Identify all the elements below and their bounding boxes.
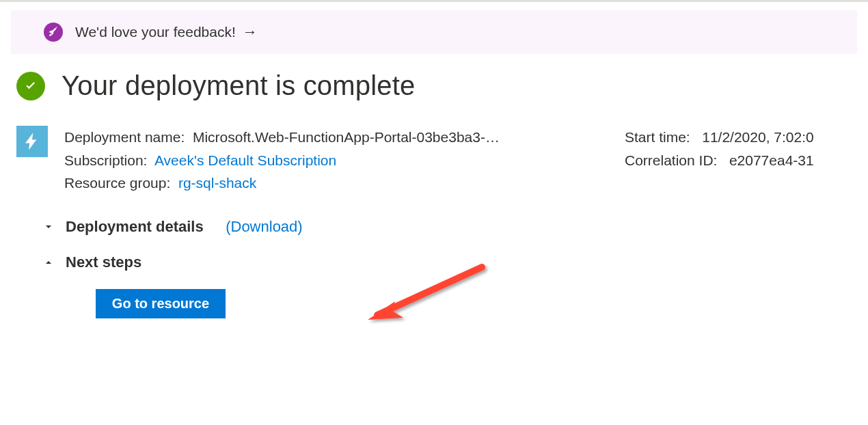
start-time-label: Start time: (625, 129, 690, 145)
chevron-down-icon (41, 221, 56, 232)
deployment-details-label: Deployment details (66, 218, 204, 236)
go-to-resource-button[interactable]: Go to resource (96, 289, 226, 318)
top-divider (0, 0, 868, 2)
annotation-arrow-icon (362, 262, 492, 344)
deployment-title-row: Your deployment is complete (16, 70, 852, 101)
download-link[interactable]: (Download) (226, 218, 303, 236)
deployment-summary: Deployment name: Microsoft.Web-FunctionA… (16, 126, 852, 195)
next-steps-label: Next steps (66, 253, 141, 271)
resource-group-label: Resource group: (64, 175, 170, 191)
function-app-icon (16, 126, 48, 157)
deployment-details-section[interactable]: Deployment details (Download) (41, 218, 852, 236)
correlation-value: e2077ea4-31 (729, 152, 814, 168)
page-title: Your deployment is complete (62, 70, 416, 101)
success-check-icon (16, 72, 45, 100)
start-time-row: Start time: 11/2/2020, 7:02:0 (625, 126, 830, 149)
feedback-link[interactable]: We'd love your feedback! → (75, 23, 258, 41)
next-steps-section[interactable]: Next steps (41, 253, 852, 271)
start-time-value: 11/2/2020, 7:02:0 (702, 129, 813, 145)
resource-group-link[interactable]: rg-sql-shack (178, 175, 256, 191)
subscription-link[interactable]: Aveek's Default Subscription (154, 152, 336, 168)
feedback-text: We'd love your feedback! (75, 24, 236, 40)
resource-group-row: Resource group: rg-sql-shack (64, 172, 597, 195)
deployment-name-value: Microsoft.Web-FunctionApp-Portal-03be3ba… (193, 129, 500, 145)
deployment-name-row: Deployment name: Microsoft.Web-FunctionA… (64, 126, 597, 149)
deployment-name-label: Deployment name: (64, 129, 185, 145)
feedback-banner[interactable]: We'd love your feedback! → (11, 10, 857, 54)
subscription-label: Subscription: (64, 152, 147, 168)
arrow-right-icon: → (243, 23, 258, 41)
rocket-icon (44, 23, 63, 42)
subscription-row: Subscription: Aveek's Default Subscripti… (64, 149, 597, 172)
correlation-label: Correlation ID: (625, 152, 717, 168)
chevron-up-icon (41, 257, 56, 268)
correlation-row: Correlation ID: e2077ea4-31 (625, 149, 830, 172)
